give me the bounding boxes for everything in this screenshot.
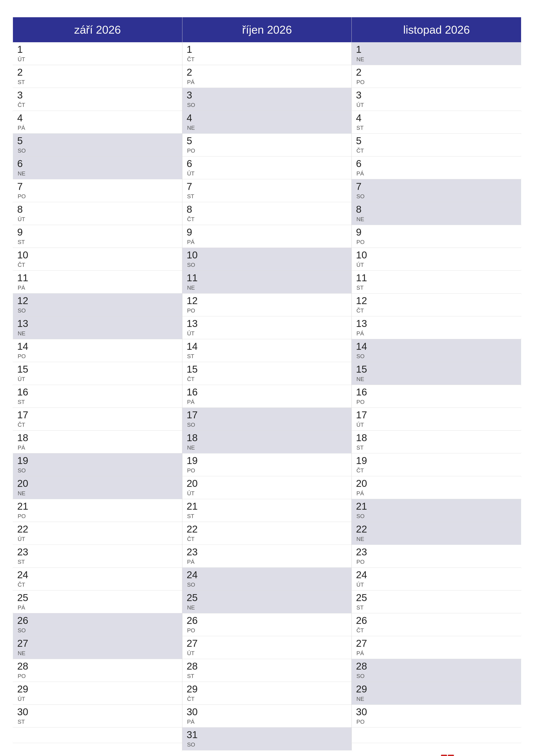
- day-number: 18: [356, 433, 371, 443]
- day-name: NE: [18, 490, 32, 497]
- day-name: PO: [356, 718, 371, 725]
- day-row-zari-2: 2 ST: [13, 65, 182, 88]
- day-info: 18 PÁ: [17, 433, 32, 451]
- day-name: PÁ: [18, 284, 32, 291]
- day-number: 12: [17, 296, 32, 306]
- day-info: 13 NE: [17, 318, 32, 337]
- day-info: 6 NE: [17, 159, 32, 177]
- day-row-rijen-24: 24 SO: [182, 568, 352, 590]
- day-info: 15 ÚT: [17, 364, 32, 383]
- day-number: 10: [17, 250, 32, 260]
- day-number: 3: [17, 90, 32, 100]
- day-info: 10 ČT: [17, 250, 32, 268]
- day-info: 1 ČT: [187, 44, 202, 63]
- day-name: ST: [187, 353, 202, 360]
- day-row-zari-9: 9 ST: [13, 225, 182, 248]
- day-info: 25 ST: [356, 593, 371, 611]
- day-number: 23: [187, 547, 202, 557]
- day-row-listopad-24: 24 ÚT: [352, 568, 521, 590]
- logo-text: CALENDAR: [457, 755, 515, 756]
- day-name: SO: [356, 193, 371, 200]
- day-info: 16 ST: [17, 387, 32, 405]
- day-name: ST: [18, 398, 32, 405]
- day-name: PO: [18, 512, 32, 520]
- day-info: 3 ČT: [17, 90, 32, 108]
- day-row-rijen-30: 30 PÁ: [182, 705, 352, 728]
- day-row-rijen-8: 8 ČT: [182, 202, 352, 225]
- day-info: 26 PO: [187, 615, 202, 634]
- day-info: 29 NE: [356, 684, 371, 702]
- day-row-zari-1: 1 ÚT: [13, 42, 182, 65]
- day-number: 11: [356, 273, 371, 283]
- day-row-listopad-5: 5 ČT: [352, 134, 521, 156]
- day-name: SO: [18, 307, 32, 314]
- day-number: 15: [17, 364, 32, 374]
- day-name: ČT: [356, 147, 371, 154]
- day-name: ÚT: [18, 695, 32, 702]
- day-name: ST: [187, 672, 202, 680]
- day-row-listopad-11: 11 ST: [352, 271, 521, 293]
- day-name: ČT: [187, 216, 202, 223]
- day-number: 10: [187, 250, 202, 260]
- day-number: 17: [17, 410, 32, 420]
- day-row-listopad-20: 20 PÁ: [352, 476, 521, 499]
- day-row-listopad-19: 19 ČT: [352, 453, 521, 476]
- day-number: 9: [17, 227, 32, 237]
- day-number: 30: [187, 707, 202, 717]
- day-number: 22: [356, 524, 371, 534]
- day-info: 28 SO: [356, 661, 371, 680]
- day-row-rijen-16: 16 PÁ: [182, 385, 352, 408]
- day-row-listopad-28: 28 SO: [352, 659, 521, 682]
- day-info: 15 NE: [356, 364, 371, 383]
- day-row-zari-20: 20 NE: [13, 476, 182, 499]
- day-number: 23: [17, 547, 32, 557]
- day-number: 17: [187, 410, 202, 420]
- day-name: ČT: [187, 56, 202, 63]
- day-name: SO: [187, 101, 202, 108]
- days-grid: 1 ÚT 2 ST 3 ČT 4 PÁ: [13, 42, 521, 750]
- day-info: 14 SO: [356, 341, 371, 360]
- day-info: 9 PÁ: [187, 227, 202, 245]
- day-number: 30: [356, 707, 371, 717]
- day-info: 29 ÚT: [17, 684, 32, 702]
- day-info: 7 PO: [17, 181, 32, 200]
- day-info: 21 SO: [356, 501, 371, 520]
- day-number: 1: [17, 44, 32, 54]
- day-row-rijen-6: 6 ÚT: [182, 156, 352, 179]
- day-number: 31: [187, 730, 202, 740]
- day-row-rijen-23: 23 PÁ: [182, 545, 352, 568]
- day-number: 11: [187, 273, 202, 283]
- day-number: 28: [17, 661, 32, 671]
- day-info: 4 NE: [187, 113, 202, 131]
- day-name: PO: [356, 398, 371, 405]
- day-info: 15 ČT: [187, 364, 202, 383]
- day-info: 23 ST: [17, 547, 32, 565]
- day-number: 24: [17, 570, 32, 580]
- day-row-rijen-5: 5 PO: [182, 134, 352, 156]
- day-name: SO: [356, 512, 371, 520]
- day-number: 3: [187, 90, 202, 100]
- day-name: SO: [18, 147, 32, 154]
- day-row-zari-12: 12 SO: [13, 293, 182, 316]
- day-row-rijen-28: 28 ST: [182, 659, 352, 682]
- day-number: 4: [17, 113, 32, 123]
- day-name: ST: [356, 444, 371, 451]
- day-row-listopad-15: 15 NE: [352, 362, 521, 385]
- day-info: 19 PO: [187, 456, 202, 474]
- day-name: SO: [18, 627, 32, 634]
- day-row-zari-18: 18 PÁ: [13, 431, 182, 453]
- day-number: 21: [17, 501, 32, 511]
- day-info: 6 PÁ: [356, 159, 371, 177]
- day-row-zari-29: 29 ÚT: [13, 682, 182, 705]
- day-row-rijen-3: 3 SO: [182, 88, 352, 111]
- day-row-listopad-21: 21 SO: [352, 499, 521, 522]
- calendar-logo-icon: 7: [441, 755, 454, 756]
- day-name: PÁ: [18, 604, 32, 611]
- day-name: NE: [356, 695, 371, 702]
- day-info: 28 PO: [17, 661, 32, 680]
- day-number: 24: [356, 570, 371, 580]
- day-name: ČT: [187, 375, 202, 383]
- calendar-container: září 2026 říjen 2026 listopad 2026 1 ÚT …: [13, 17, 521, 756]
- day-info: 11 PÁ: [17, 273, 32, 291]
- day-info: 20 NE: [17, 478, 32, 497]
